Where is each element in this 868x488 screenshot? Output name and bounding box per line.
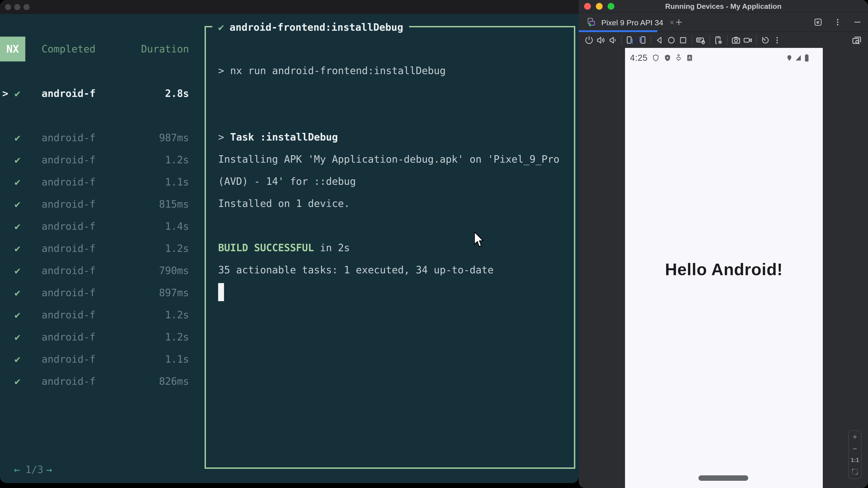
task-duration: 897ms (0, 282, 189, 304)
zoom-controls: + − 1:1 (848, 430, 862, 479)
next-page-arrow[interactable]: → (46, 459, 52, 481)
close-window-button[interactable] (584, 3, 591, 10)
task-list-header: Completed Duration (0, 37, 204, 61)
task-duration: 1.2s (0, 149, 189, 171)
device-tab-label: Pixel 9 Pro API 34 (601, 18, 663, 27)
back-icon[interactable] (654, 34, 665, 46)
shield-play-icon (663, 54, 672, 62)
camera-icon[interactable] (730, 34, 742, 46)
home-icon[interactable] (665, 34, 677, 46)
output-line: BUILD SUCCESSFUL in 2s (218, 237, 569, 259)
emulator-toolbar (579, 33, 868, 48)
fit-screen-button[interactable] (851, 468, 859, 477)
output-line: > nx run android-frontend:installDebug (218, 60, 569, 82)
volume-up-icon[interactable] (595, 34, 607, 46)
rotate-right-icon[interactable] (636, 34, 648, 46)
window-title: Running Devices - My Application (579, 0, 868, 13)
letter-a-icon: A (686, 54, 694, 62)
signal-icon (795, 54, 802, 61)
task-row[interactable]: ✔android-f1.4s (0, 215, 204, 237)
nx-terminal: NX Completed Duration >✔android-f2.8s✔an… (0, 14, 579, 483)
task-row[interactable]: ✔android-f1.2s (0, 149, 204, 171)
zoom-in-button[interactable]: + (852, 433, 857, 441)
android-status-bar: 4:25 A (625, 51, 823, 65)
rotate-left-icon[interactable] (624, 34, 636, 46)
task-row[interactable]: ✔android-f790ms (0, 260, 204, 282)
task-row[interactable]: ✔android-f1.2s (0, 237, 204, 260)
task-row[interactable]: ✔android-f897ms (0, 282, 204, 304)
active-tab-underline (579, 30, 657, 32)
more-vertical-icon[interactable] (771, 34, 783, 46)
toolbar-separator (709, 35, 710, 45)
tab-pixel-9-pro[interactable]: Pixel 9 Pro API 34 × (579, 13, 676, 32)
task-output-log: > nx run android-frontend:installDebug> … (218, 37, 569, 303)
more-vertical-icon[interactable] (833, 17, 843, 28)
toolbar-separator (621, 35, 622, 45)
check-icon: ✔ (218, 16, 224, 38)
close-window-button[interactable] (5, 4, 11, 10)
output-line (218, 215, 569, 237)
task-row[interactable]: ✔android-f826ms (0, 370, 204, 392)
task-duration: 1.2s (0, 237, 189, 260)
battery-icon (804, 54, 810, 62)
actual-size-button[interactable]: 1:1 (850, 457, 859, 464)
toolbar-separator (727, 35, 727, 45)
maximize-window-button[interactable] (608, 3, 614, 10)
task-row[interactable]: ✔android-f815ms (0, 193, 204, 215)
task-duration: 987ms (0, 127, 189, 149)
volume-down-icon[interactable] (607, 34, 618, 46)
terminal-window: NX Completed Duration >✔android-f2.8s✔an… (0, 0, 579, 483)
task-row[interactable]: ✔android-f1.1s (0, 348, 204, 370)
location-icon (786, 54, 793, 61)
keyboard-icon[interactable] (695, 34, 707, 46)
page-indicator: 1/3 (25, 459, 43, 481)
task-duration: 1.1s (0, 348, 189, 370)
emulator-screen[interactable]: 4:25 A Hello Android! (625, 48, 823, 488)
reset-icon[interactable] (760, 34, 771, 46)
studio-titlebar: Running Devices - My Application (579, 0, 868, 13)
output-line (218, 104, 569, 126)
navigation-handle[interactable] (699, 475, 748, 481)
output-line: Installed on 1 device. (218, 193, 569, 215)
terminal-titlebar (0, 0, 579, 14)
hide-icon[interactable] (852, 18, 862, 28)
maximize-window-button[interactable] (24, 4, 30, 10)
task-output-panel: ✔ android-frontend:installDebug > nx run… (205, 26, 575, 469)
task-duration: 2.8s (0, 83, 189, 105)
power-icon[interactable] (583, 34, 595, 46)
mouse-cursor (473, 232, 485, 250)
toolbar-separator (651, 35, 651, 45)
output-line: > Task :installDebug (218, 126, 569, 148)
output-line (218, 37, 569, 60)
task-row[interactable]: ✔android-f1.2s (0, 326, 204, 348)
output-line: Installing APK 'My Application-debug.apk… (218, 148, 569, 170)
svg-text:A: A (688, 56, 691, 60)
device-settings-icon[interactable] (712, 34, 724, 46)
zoom-out-button[interactable]: − (852, 445, 857, 453)
output-line: (AVD) - 14' for ::debug (218, 170, 569, 193)
device-tab-icon (586, 17, 597, 28)
duration-column-header: Duration (0, 37, 189, 61)
minimize-window-button[interactable] (14, 4, 20, 10)
screen-record-icon[interactable] (742, 34, 754, 46)
task-output-title-label: android-frontend:installDebug (230, 16, 403, 38)
task-duration: 1.1s (0, 171, 189, 193)
previous-page-arrow[interactable]: ← (14, 459, 20, 481)
task-output-title: ✔ android-frontend:installDebug (212, 16, 409, 38)
output-line (218, 281, 569, 303)
close-tab-icon[interactable]: × (668, 18, 676, 27)
display-search-icon[interactable] (851, 34, 863, 46)
task-row[interactable]: ✔android-f987ms (0, 127, 204, 149)
add-device-tab-button[interactable]: + (675, 13, 682, 32)
task-row-selected[interactable]: >✔android-f2.8s (0, 83, 204, 105)
task-duration: 1.2s (0, 326, 189, 348)
toolbar-separator (692, 35, 692, 45)
hello-android-text: Hello Android! (625, 260, 823, 279)
overview-icon[interactable] (677, 34, 689, 46)
task-row[interactable]: ✔android-f1.1s (0, 171, 204, 193)
task-row[interactable]: ✔android-f1.2s (0, 304, 204, 326)
embed-window-icon[interactable] (813, 18, 823, 28)
running-devices-window: Running Devices - My Application Pixel 9… (579, 0, 868, 488)
terminal-cursor (218, 283, 224, 301)
minimize-window-button[interactable] (596, 3, 602, 10)
